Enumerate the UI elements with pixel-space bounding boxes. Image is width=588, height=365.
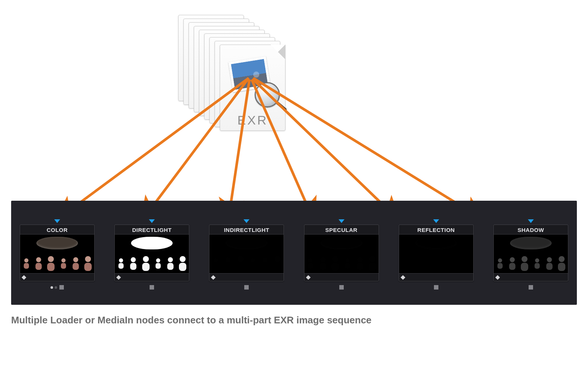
node-footer xyxy=(494,273,568,281)
node-thumbnail xyxy=(494,235,568,273)
node-color[interactable]: COLOR xyxy=(15,219,99,301)
input-arrow-icon xyxy=(433,219,439,223)
node-panel: COLORDIRECTLIGHTINDIRECTLIGHTSPECULARREF… xyxy=(11,201,577,305)
loader-node[interactable]: REFLECTION xyxy=(399,225,474,281)
node-reflection[interactable]: REFLECTION xyxy=(394,219,478,301)
node-output-handles xyxy=(339,285,344,290)
pager-dots xyxy=(50,286,57,289)
node-thumbnail xyxy=(304,235,379,273)
node-thumbnail xyxy=(115,235,189,273)
node-indirectlight[interactable]: INDIRECTLIGHT xyxy=(204,219,289,301)
node-title: SPECULAR xyxy=(304,225,379,235)
node-title: SHADOW xyxy=(494,225,568,235)
magnifier-icon xyxy=(255,82,280,107)
node-footer xyxy=(209,273,284,281)
node-footer xyxy=(399,273,473,281)
keyframe-diamond-icon[interactable] xyxy=(401,275,405,280)
node-output-handles xyxy=(529,285,533,290)
node-thumbnail xyxy=(399,235,473,273)
node-output-handles xyxy=(244,285,249,290)
keyframe-diamond-icon[interactable] xyxy=(306,275,311,280)
keyframe-diamond-icon[interactable] xyxy=(211,275,216,280)
node-specular[interactable]: SPECULAR xyxy=(299,219,384,301)
loader-node[interactable]: DIRECTLIGHT xyxy=(114,225,189,281)
loader-node[interactable]: INDIRECTLIGHT xyxy=(209,225,284,281)
node-footer xyxy=(115,273,189,281)
loader-node[interactable]: COLOR xyxy=(20,225,95,281)
loader-node[interactable]: SHADOW xyxy=(493,225,568,281)
node-footer xyxy=(304,273,379,281)
input-arrow-icon xyxy=(149,219,155,223)
figure-caption: Multiple Loader or MediaIn nodes connect… xyxy=(11,314,372,326)
node-output-handles xyxy=(150,285,154,290)
node-shadow[interactable]: SHADOW xyxy=(489,219,573,301)
input-arrow-icon xyxy=(244,219,249,223)
node-thumbnail xyxy=(209,235,284,273)
node-title: DIRECTLIGHT xyxy=(115,225,189,235)
node-thumbnail xyxy=(20,235,94,273)
keyframe-diamond-icon[interactable] xyxy=(495,275,500,280)
node-title: INDIRECTLIGHT xyxy=(209,225,284,235)
output-square-icon[interactable] xyxy=(339,285,344,290)
node-title: REFLECTION xyxy=(399,225,473,235)
output-square-icon[interactable] xyxy=(529,285,533,290)
output-square-icon[interactable] xyxy=(434,285,438,290)
node-output-handles xyxy=(434,285,438,290)
node-footer xyxy=(20,273,94,281)
input-arrow-icon xyxy=(528,219,534,223)
output-square-icon[interactable] xyxy=(244,285,249,290)
input-arrow-icon xyxy=(339,219,344,223)
node-directlight[interactable]: DIRECTLIGHT xyxy=(110,219,194,301)
file-format-label: EXR xyxy=(220,113,285,127)
input-arrow-icon xyxy=(54,219,60,223)
loader-node[interactable]: SPECULAR xyxy=(304,225,379,281)
node-output-handles xyxy=(50,285,64,290)
output-square-icon[interactable] xyxy=(59,285,64,290)
node-title: COLOR xyxy=(20,225,94,235)
keyframe-diamond-icon[interactable] xyxy=(116,275,121,280)
output-square-icon[interactable] xyxy=(150,285,154,290)
exr-file-stack: EXR xyxy=(178,15,297,126)
keyframe-diamond-icon[interactable] xyxy=(22,275,26,280)
front-page-icon: EXR xyxy=(220,45,285,131)
